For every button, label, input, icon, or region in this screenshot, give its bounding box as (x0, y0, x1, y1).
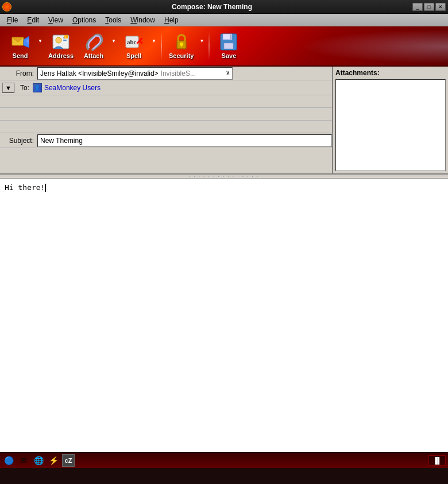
send-icon (11, 33, 29, 51)
to-row: ▼ To: 👤 SeaMonkey Users (0, 80, 332, 95)
title-bar: Compose: New Theming _ □ ✕ (0, 0, 448, 14)
save-label: Save (222, 52, 237, 59)
taskbar-icon-system[interactable]: 🔵 (2, 454, 15, 467)
send-arrow[interactable]: ▼ (37, 32, 44, 50)
toolbar-separator-2 (208, 32, 210, 60)
menu-help[interactable]: Help (160, 15, 183, 25)
window-controls: _ □ ✕ (412, 3, 446, 11)
taskbar-icon-mail[interactable]: ✉ (17, 454, 30, 467)
attachments-box (335, 79, 446, 171)
send-button[interactable]: Send (5, 31, 36, 61)
taskbar-icon-browser[interactable]: 🌐 (32, 454, 45, 467)
fields-column: From: Jens Hatlak <InvisibleSmiley@inval… (0, 67, 333, 173)
taskbar-time: ▐▌ (428, 455, 446, 466)
close-button[interactable]: ✕ (435, 3, 446, 11)
window-title: Compose: New Theming (11, 3, 412, 11)
from-dropdown-arrow[interactable]: ⊻ (226, 70, 230, 76)
body-editor[interactable]: Hi there! (0, 179, 448, 468)
taskbar-icon-chat[interactable]: ⚡ (47, 454, 60, 467)
subject-row: Subject: (0, 133, 332, 148)
to-label: To: (14, 84, 32, 92)
menu-options[interactable]: Options (68, 15, 101, 25)
address-label: Address (48, 52, 74, 59)
from-name: Jens Hatlak <InvisibleSmiley@invalid> (40, 69, 159, 78)
svg-rect-17 (224, 43, 233, 49)
svg-point-5 (56, 37, 61, 43)
header-section: From: Jens Hatlak <InvisibleSmiley@inval… (0, 67, 448, 174)
subject-input[interactable] (37, 134, 332, 147)
body-text: Hi there! (5, 183, 45, 192)
from-label: From: (0, 68, 37, 79)
svg-text:abc: abc (127, 38, 137, 45)
menu-edit[interactable]: Edit (22, 15, 44, 25)
addressing-type-button[interactable]: ▼ (2, 83, 14, 93)
spell-button[interactable]: abc Spell (118, 31, 149, 61)
security-arrow[interactable]: ▼ (198, 32, 205, 50)
empty-row-3 (0, 121, 332, 133)
taskbar-cz-icon[interactable]: cZ (62, 454, 75, 467)
empty-row-1 (0, 95, 332, 108)
text-cursor (45, 184, 46, 192)
attach-button[interactable]: Attach (78, 31, 109, 61)
contact-icon: 👤 (33, 83, 42, 92)
spell-icon: abc (125, 33, 143, 51)
menu-file[interactable]: File (2, 15, 22, 25)
security-icon (172, 33, 191, 51)
svg-text:+: + (65, 35, 67, 38)
taskbar: 🔵 ✉ 🌐 ⚡ cZ ▐▌ (0, 452, 448, 468)
splitter[interactable]: · · · · · · · · · · · · · · · (0, 174, 448, 179)
spell-label: Spell (126, 52, 141, 59)
from-select[interactable]: Jens Hatlak <InvisibleSmiley@invalid> In… (37, 67, 233, 80)
restore-button[interactable]: □ (424, 3, 434, 11)
menu-bar: File Edit View Options Tools Window Help (0, 14, 448, 26)
attach-icon (84, 33, 103, 51)
toolbar: Send ▼ + Address (0, 26, 448, 67)
svg-rect-7 (63, 40, 67, 41)
security-label: Security (169, 52, 194, 59)
security-button[interactable]: Security (165, 31, 197, 61)
to-recipient: SeaMonkey Users (44, 84, 101, 92)
attachments-label: Attachments: (335, 69, 446, 77)
from-email-short: InvisibleS... (161, 69, 196, 78)
subject-label: Subject: (0, 135, 37, 146)
minimize-button[interactable]: _ (412, 3, 423, 11)
attachments-panel: Attachments: (333, 67, 448, 173)
send-label: Send (13, 52, 28, 59)
menu-tools[interactable]: Tools (101, 15, 126, 25)
svg-rect-14 (181, 44, 182, 47)
toolbar-separator (161, 32, 162, 60)
attach-label: Attach (84, 52, 103, 59)
from-row: From: Jens Hatlak <InvisibleSmiley@inval… (0, 67, 332, 80)
menu-window[interactable]: Window (126, 15, 160, 25)
menu-view[interactable]: View (44, 15, 68, 25)
spell-arrow[interactable]: ▼ (150, 32, 157, 50)
compose-form: From: Jens Hatlak <InvisibleSmiley@inval… (0, 67, 448, 174)
empty-row-2 (0, 108, 332, 121)
address-button[interactable]: + Address (45, 31, 77, 61)
save-button[interactable]: Save (213, 31, 244, 61)
attach-arrow[interactable]: ▼ (110, 32, 117, 50)
save-icon (219, 33, 238, 51)
to-value: 👤 SeaMonkey Users (32, 82, 332, 94)
svg-rect-18 (230, 34, 231, 39)
app-icon (2, 2, 11, 11)
address-icon: + (52, 33, 70, 51)
